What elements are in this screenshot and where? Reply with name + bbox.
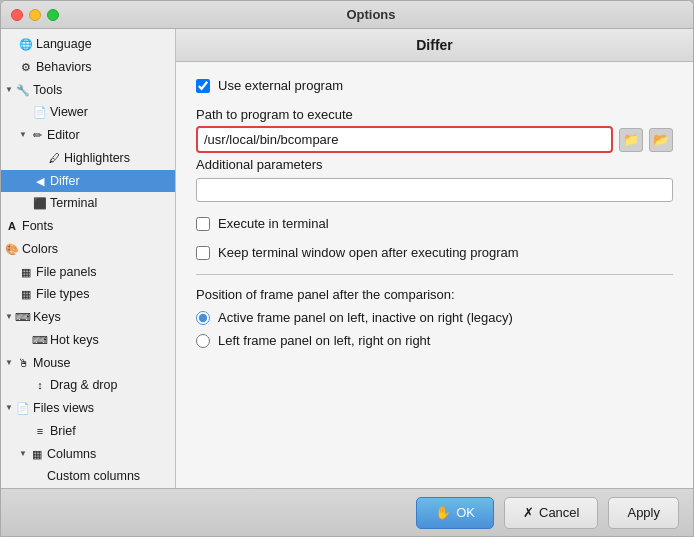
apply-label: Apply [627,505,660,520]
path-input-wrapper [196,126,613,153]
hot-keys-icon: ⌨ [33,333,47,347]
sidebar-item-custom-columns[interactable]: Custom columns [1,465,175,488]
keys-icon: ⌨ [16,310,30,324]
use-external-program-row: Use external program [196,78,673,93]
file-panels-icon: ▦ [19,265,33,279]
triangle-icon [5,86,13,94]
editor-icon: ✏ [30,128,44,142]
sidebar-item-tools[interactable]: 🔧 Tools [1,79,175,102]
sidebar-item-label: Tools [33,81,62,100]
keep-terminal-label: Keep terminal window open after executin… [218,245,519,260]
sidebar-item-label: Fonts [22,217,53,236]
main-panel: Differ Use external program Path to prog… [176,29,693,488]
execute-in-terminal-row: Execute in terminal [196,216,673,231]
sidebar-item-hot-keys[interactable]: ⌨ Hot keys [1,329,175,352]
triangle-icon [19,131,27,139]
colors-icon: 🎨 [5,242,19,256]
sidebar-item-colors[interactable]: 🎨 Colors [1,238,175,261]
sidebar-item-columns[interactable]: ▦ Columns [1,443,175,466]
sidebar-item-label: Keys [33,308,61,327]
panel-header: Differ [176,29,693,62]
sidebar-item-label: File types [36,285,90,304]
position-label: Position of frame panel after the compar… [196,287,673,302]
triangle-icon [19,450,27,458]
radio-active-label: Active frame panel on left, inactive on … [218,310,513,325]
sidebar-item-label: Editor [47,126,80,145]
sidebar-item-viewer[interactable]: 📄 Viewer [1,101,175,124]
columns-icon: ▦ [30,447,44,461]
cancel-icon: ✗ [523,505,534,520]
additional-params-label: Additional parameters [196,157,673,172]
sidebar-item-label: Viewer [50,103,88,122]
options-window: Options 🌐 Language ⚙ Behaviors 🔧 Tools 📄… [0,0,694,537]
behaviors-icon: ⚙ [19,60,33,74]
files-views-icon: 📄 [16,401,30,415]
footer: ✋ OK ✗ Cancel Apply [1,488,693,536]
separator [196,274,673,275]
sidebar: 🌐 Language ⚙ Behaviors 🔧 Tools 📄 Viewer … [1,29,176,488]
triangle-icon [5,313,13,321]
triangle-icon [5,359,13,367]
brief-icon: ≡ [33,424,47,438]
ok-button[interactable]: ✋ OK [416,497,494,529]
sidebar-item-differ[interactable]: ◀ Differ [1,170,175,193]
sidebar-item-drag-drop[interactable]: ↕ Drag & drop [1,374,175,397]
execute-in-terminal-label: Execute in terminal [218,216,329,231]
sidebar-item-label: Custom columns [47,467,140,486]
highlighters-icon: 🖊 [47,151,61,165]
ok-label: OK [456,505,475,520]
sidebar-item-label: Behaviors [36,58,92,77]
sidebar-item-label: Brief [50,422,76,441]
radio-left-label: Left frame panel on left, right on right [218,333,430,348]
ok-icon: ✋ [435,505,451,520]
sidebar-item-label: File panels [36,263,96,282]
differ-icon: ◀ [33,174,47,188]
sidebar-item-behaviors[interactable]: ⚙ Behaviors [1,56,175,79]
sidebar-item-label: Drag & drop [50,376,117,395]
keep-terminal-row: Keep terminal window open after executin… [196,245,673,260]
minimize-button[interactable] [29,9,41,21]
tools-icon: 🔧 [16,83,30,97]
sidebar-item-label: Columns [47,445,96,464]
cancel-label: Cancel [539,505,579,520]
sidebar-item-label: Files views [33,399,94,418]
sidebar-item-fonts[interactable]: A Fonts [1,215,175,238]
mouse-icon: 🖱 [16,356,30,370]
sidebar-item-file-types[interactable]: ▦ File types [1,283,175,306]
additional-params-input[interactable] [196,178,673,202]
maximize-button[interactable] [47,9,59,21]
browse-button-2[interactable]: 📂 [649,128,673,152]
sidebar-item-keys[interactable]: ⌨ Keys [1,306,175,329]
sidebar-item-label: Terminal [50,194,97,213]
browse2-icon: 📂 [653,132,669,147]
sidebar-item-label: Mouse [33,354,71,373]
apply-button[interactable]: Apply [608,497,679,529]
radio-left-input[interactable] [196,334,210,348]
path-label: Path to program to execute [196,107,673,122]
window-title: Options [59,7,683,22]
path-input[interactable] [198,128,611,151]
sidebar-item-mouse[interactable]: 🖱 Mouse [1,352,175,375]
sidebar-item-language[interactable]: 🌐 Language [1,33,175,56]
panel-content: Use external program Path to program to … [176,62,693,488]
sidebar-item-terminal[interactable]: ⬛ Terminal [1,192,175,215]
sidebar-item-label: Highlighters [64,149,130,168]
keep-terminal-checkbox[interactable] [196,246,210,260]
close-button[interactable] [11,9,23,21]
radio-active-input[interactable] [196,311,210,325]
execute-in-terminal-checkbox[interactable] [196,217,210,231]
use-external-program-checkbox[interactable] [196,79,210,93]
sidebar-item-brief[interactable]: ≡ Brief [1,420,175,443]
fonts-icon: A [5,219,19,233]
sidebar-item-highlighters[interactable]: 🖊 Highlighters [1,147,175,170]
path-row: 📁 📂 [196,126,673,153]
sidebar-item-file-panels[interactable]: ▦ File panels [1,261,175,284]
browse-button-1[interactable]: 📁 [619,128,643,152]
radio-left-row: Left frame panel on left, right on right [196,333,673,348]
sidebar-item-editor[interactable]: ✏ Editor [1,124,175,147]
traffic-lights [11,9,59,21]
sidebar-item-files-views[interactable]: 📄 Files views [1,397,175,420]
browse-icon: 📁 [623,132,639,147]
language-icon: 🌐 [19,37,33,51]
cancel-button[interactable]: ✗ Cancel [504,497,598,529]
